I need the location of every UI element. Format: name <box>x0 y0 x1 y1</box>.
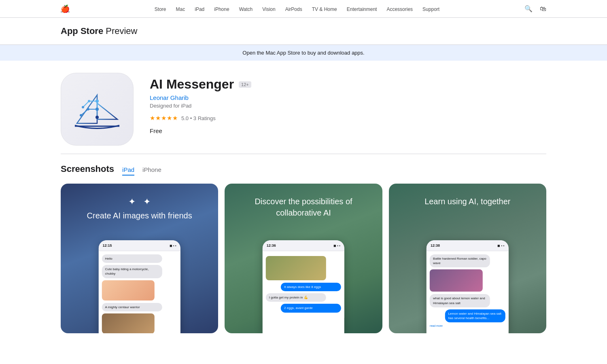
mockup-header-3: 12:38 ◼ ▪ ▪ <box>427 240 508 251</box>
screenshot-mockup-2: 12:36 ◼ ▪ ▪ It always does like 8 eggs I… <box>263 240 344 333</box>
stars-display: ★★★★★ <box>150 114 178 122</box>
screenshot-mockup-1: 12:15 ◼ ▪ ▪ Hello Cute baby riding a mot… <box>98 240 180 333</box>
nav-tv-home[interactable]: TV & Home <box>307 6 342 12</box>
rating-score: 5.0 • 3 Ratings <box>181 115 216 121</box>
msg-received-2: Cute baby riding a motorcycle, chubby <box>102 265 162 278</box>
age-badge: 12+ <box>239 81 251 88</box>
screenshot-text-1: ✦ ✦ Create AI images with friends <box>61 196 218 221</box>
mockup-body-1: Hello Cute baby riding a motorcycle, chu… <box>98 251 180 333</box>
tab-iphone[interactable]: iPhone <box>142 165 161 176</box>
app-title: AI Messenger <box>150 77 234 92</box>
tab-group: iPad iPhone <box>122 165 170 176</box>
svg-point-11 <box>80 114 82 116</box>
app-developer[interactable]: Leonar Gharib <box>150 94 546 101</box>
nav-watch[interactable]: Watch <box>234 6 258 12</box>
screenshot-card-1: ✦ ✦ Create AI images with friends 12:15 … <box>61 184 218 333</box>
app-designed-for: Designed for iPad <box>150 103 546 109</box>
app-icon-wrapper <box>61 73 134 146</box>
nav-links: Store Mac iPad iPhone Watch Vision AirPo… <box>150 6 444 12</box>
read-more[interactable]: read more <box>430 324 505 327</box>
stars-row: ★★★★★ 5.0 • 3 Ratings <box>150 114 546 122</box>
msg-image-warrior <box>102 313 155 333</box>
svg-line-10 <box>81 109 88 115</box>
msg-image-food <box>266 256 326 280</box>
main-nav: 🍎 Store Mac iPad iPhone Watch Vision Air… <box>0 0 607 18</box>
nav-airpods[interactable]: AirPods <box>280 6 307 12</box>
svg-point-3 <box>96 116 99 119</box>
app-info: AI Messenger 12+ Leonar Gharib Designed … <box>150 73 546 134</box>
notice-text: Open the Mac App Store to buy and downlo… <box>242 50 364 56</box>
app-icon <box>69 81 125 138</box>
screenshots-section: Screenshots iPad iPhone ✦ ✦ Create AI im… <box>61 154 546 345</box>
sparkles-icon: ✦ ✦ <box>70 196 208 208</box>
nav-entertainment[interactable]: Entertainment <box>342 6 382 12</box>
mockup-body-2: It always does like 8 eggs I gotta get m… <box>263 251 344 318</box>
page-title: App Store Preview <box>61 26 546 36</box>
msg-received-1: Hello <box>102 254 162 263</box>
msg-received-4: I gotta get my protein in 💪 <box>266 293 326 302</box>
nav-support[interactable]: Support <box>418 6 444 12</box>
msg-received-5: Battle hardened Roman soldier, capo wave <box>430 254 490 267</box>
search-button[interactable]: 🔍 <box>524 5 533 13</box>
screenshot-text-3: Learn using AI, together <box>389 196 546 207</box>
app-title-row: AI Messenger 12+ <box>150 77 546 92</box>
msg-image-person <box>430 269 483 292</box>
msg-image-baby <box>102 280 155 301</box>
screenshots-grid: ✦ ✦ Create AI images with friends 12:15 … <box>61 184 546 333</box>
screenshot-card-2: Discover the possibilities of collaborat… <box>225 184 382 333</box>
screenshots-header: Screenshots iPad iPhone <box>61 164 546 176</box>
nav-vision[interactable]: Vision <box>257 6 280 12</box>
screenshot-mockup-3: 12:38 ◼ ▪ ▪ Battle hardened Roman soldie… <box>427 240 508 333</box>
msg-received-3: A mighty centaur warrior <box>102 303 162 311</box>
app-header: AI Messenger 12+ Leonar Gharib Designed … <box>61 61 546 154</box>
mockup-header-2: 12:36 ◼ ▪ ▪ <box>263 240 344 251</box>
notice-banner: Open the Mac App Store to buy and downlo… <box>0 45 607 61</box>
apple-logo-link[interactable]: 🍎 <box>61 4 70 13</box>
msg-sent-2: 2 eggs, avant garde <box>281 304 341 312</box>
nav-ipad[interactable]: iPad <box>190 6 209 12</box>
msg-sent-1: It always does like 8 eggs <box>281 283 341 291</box>
nav-accessories[interactable]: Accessories <box>382 6 418 12</box>
msg-sent-3: Lemon water and Himalayan sea salt has s… <box>445 309 505 322</box>
screenshot-card-3: Learn using AI, together 12:38 ◼ ▪ ▪ Bat… <box>389 184 546 333</box>
screenshots-title: Screenshots <box>61 164 114 174</box>
app-price: Free <box>150 127 546 134</box>
tab-ipad[interactable]: iPad <box>122 165 134 176</box>
svg-point-7 <box>82 106 84 108</box>
mockup-body-3: Battle hardened Roman soldier, capo wave… <box>427 251 508 330</box>
nav-iphone[interactable]: iPhone <box>209 6 234 12</box>
nav-mac[interactable]: Mac <box>171 6 190 12</box>
screenshot-text-2: Discover the possibilities of collaborat… <box>225 196 382 218</box>
breadcrumb: App Store Preview <box>61 18 546 40</box>
svg-line-6 <box>83 101 89 107</box>
mockup-header-1: 12:15 ◼ ▪ ▪ <box>98 240 180 251</box>
bag-button[interactable]: 🛍 <box>540 5 546 13</box>
msg-received-6: what is good about lemon water and Himal… <box>430 294 490 307</box>
nav-store[interactable]: Store <box>150 6 171 12</box>
nav-icon-group: 🔍 🛍 <box>524 5 546 13</box>
